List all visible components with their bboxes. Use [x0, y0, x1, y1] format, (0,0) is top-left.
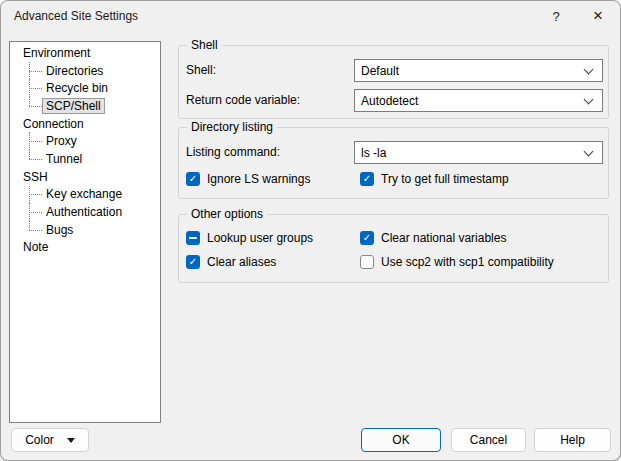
sidebar-item-proxy[interactable]: Proxy: [10, 132, 160, 150]
sidebar-item-label-selected: SCP/Shell: [42, 98, 105, 114]
sidebar-item-label: Connection: [19, 116, 88, 132]
group-title: Other options: [187, 207, 267, 221]
checkbox-ignore-ls-warnings[interactable]: Ignore LS warnings: [186, 172, 310, 186]
combobox-value: Autodetect: [361, 94, 418, 108]
color-button-label: Color: [25, 433, 54, 447]
chevron-down-icon: [584, 147, 594, 157]
combobox-value: Default: [361, 64, 399, 78]
chevron-down-icon: [584, 95, 594, 105]
checkbox-label: Try to get full timestamp: [381, 172, 509, 186]
checkbox-label: Use scp2 with scp1 compatibility: [381, 255, 554, 269]
checkbox-label: Ignore LS warnings: [207, 172, 310, 186]
tree-connector: [27, 186, 42, 204]
sidebar-item-label: Note: [19, 239, 52, 255]
sidebar-item-label: Directories: [42, 63, 107, 79]
checkbox-icon[interactable]: [360, 231, 374, 245]
tree-connector: [27, 62, 42, 80]
listing-command-combobox[interactable]: ls -la: [354, 141, 603, 164]
chevron-down-icon: [584, 65, 594, 75]
checkbox-icon[interactable]: [186, 255, 200, 269]
checkbox-label: Clear aliases: [207, 255, 276, 269]
sidebar-item-key-exchange[interactable]: Key exchange: [10, 186, 160, 204]
ok-button-label: OK: [392, 433, 409, 447]
checkbox-use-scp2-with-scp1-compatibility[interactable]: Use scp2 with scp1 compatibility: [360, 255, 554, 269]
sidebar-item-label: Authentication: [42, 204, 126, 220]
tree-connector: [27, 79, 42, 97]
tree-connector: [27, 97, 42, 115]
color-button[interactable]: Color: [11, 428, 89, 452]
tree-connector: [27, 221, 42, 239]
sidebar-item-label: Bugs: [42, 222, 77, 238]
sidebar-item-authentication[interactable]: Authentication: [10, 203, 160, 221]
return-code-variable-combobox[interactable]: Autodetect: [354, 89, 603, 112]
sidebar-item-label: Proxy: [42, 133, 81, 149]
sidebar-item-label: Tunnel: [42, 151, 86, 167]
checkbox-try-to-get-full-timestamp[interactable]: Try to get full timestamp: [360, 172, 509, 186]
group-title: Shell: [187, 38, 222, 52]
sidebar-item-tunnel[interactable]: Tunnel: [10, 150, 160, 168]
sidebar-item-note[interactable]: Note: [10, 239, 160, 257]
sidebar-item-bugs[interactable]: Bugs: [10, 221, 160, 239]
combobox-value: ls -la: [361, 146, 386, 160]
help-button[interactable]: Help: [534, 428, 611, 452]
listing-command-label: Listing command:: [186, 145, 280, 159]
shell-label: Shell:: [186, 63, 216, 77]
tree-connector: [27, 203, 42, 221]
sidebar-item-scp-shell[interactable]: SCP/Shell: [10, 97, 160, 115]
ok-button[interactable]: OK: [361, 428, 441, 452]
cancel-button-label: Cancel: [470, 433, 507, 447]
settings-tree[interactable]: Environment Directories Recycle bin SCP/…: [9, 41, 161, 423]
tree-connector: [27, 132, 42, 150]
sidebar-item-label: Recycle bin: [42, 80, 112, 96]
sidebar-item-environment[interactable]: Environment: [10, 44, 160, 62]
sidebar-item-recycle-bin[interactable]: Recycle bin: [10, 79, 160, 97]
window-title: Advanced Site Settings: [14, 9, 138, 23]
checkbox-label: Lookup user groups: [207, 231, 313, 245]
checkbox-label: Clear national variables: [381, 231, 506, 245]
shell-combobox[interactable]: Default: [354, 59, 603, 82]
sidebar-item-label: Key exchange: [42, 186, 126, 202]
help-button-label: Help: [560, 433, 585, 447]
group-title: Directory listing: [187, 120, 277, 134]
checkbox-icon[interactable]: [360, 172, 374, 186]
checkbox-icon[interactable]: [186, 172, 200, 186]
tree-connector: [27, 150, 42, 168]
checkbox-icon[interactable]: [186, 231, 200, 245]
cancel-button[interactable]: Cancel: [451, 428, 526, 452]
titlebar[interactable]: Advanced Site Settings ? ×: [1, 1, 620, 31]
checkbox-icon[interactable]: [360, 255, 374, 269]
shell-group: Shell Shell: Default Return code variabl…: [178, 45, 609, 119]
sidebar-item-label: SSH: [19, 169, 52, 185]
other-options-group: Other options Lookup user groups Clear n…: [178, 214, 609, 283]
dropdown-arrow-icon: [67, 438, 75, 443]
checkbox-clear-national-variables[interactable]: Clear national variables: [360, 231, 506, 245]
checkbox-lookup-user-groups[interactable]: Lookup user groups: [186, 231, 313, 245]
sidebar-item-ssh[interactable]: SSH: [10, 168, 160, 186]
return-code-variable-label: Return code variable:: [186, 93, 300, 107]
sidebar-item-connection[interactable]: Connection: [10, 115, 160, 133]
sidebar-item-directories[interactable]: Directories: [10, 62, 160, 80]
directory-listing-group: Directory listing Listing command: ls -l…: [178, 127, 609, 199]
checkbox-clear-aliases[interactable]: Clear aliases: [186, 255, 276, 269]
sidebar-item-label: Environment: [19, 45, 94, 61]
help-icon[interactable]: ?: [541, 1, 571, 31]
advanced-site-settings-dialog: Advanced Site Settings ? × Environment D…: [0, 0, 621, 461]
close-icon[interactable]: ×: [581, 1, 615, 31]
